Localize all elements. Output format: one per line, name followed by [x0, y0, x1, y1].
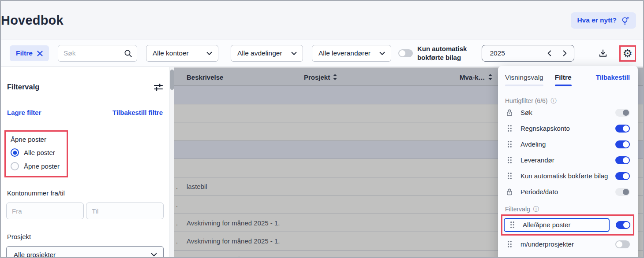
quick-filter-item-kun-automatisk: Kun automatisk bokførte bilag	[505, 168, 630, 184]
account-from-field[interactable]	[6, 203, 84, 219]
account-to-field[interactable]	[86, 203, 164, 219]
chevron-down-icon	[151, 253, 157, 257]
suppliers-dropdown[interactable]: Alle leverandører	[312, 45, 391, 62]
radio-button[interactable]	[11, 148, 19, 157]
open-items-group-label: Åpne poster	[11, 136, 62, 143]
departments-dropdown-value: Alle avdelinger	[237, 49, 282, 57]
tab-filtre[interactable]: Filtre	[555, 74, 572, 86]
column-header-mva[interactable]: Mva-k…	[460, 68, 492, 86]
departments-dropdown[interactable]: Alle avdelinger	[231, 45, 303, 62]
drag-handle-icon[interactable]	[505, 156, 514, 164]
chevron-down-icon	[379, 52, 385, 55]
toggle-avdeling[interactable]	[615, 140, 630, 148]
chevron-right-icon	[563, 50, 567, 56]
radio-button[interactable]	[11, 162, 19, 170]
sidebar-scrollbar[interactable]	[169, 67, 174, 257]
filter-option-underprosjekter: m/underprosjekter	[505, 236, 630, 252]
settings-panel: Visningsvalg Filtre Tilbakestill Hurtigf…	[498, 66, 638, 258]
annotation-alle-apne-poster-highlight: Alle/åpne poster	[501, 214, 634, 236]
tab-visningsvalg[interactable]: Visningsvalg	[505, 74, 543, 86]
page-title: Hovedbok	[1, 13, 64, 28]
toggle-kun-automatisk[interactable]	[615, 172, 630, 180]
chevron-left-icon	[547, 50, 551, 56]
filter-sliders-icon[interactable]	[154, 83, 163, 91]
quick-filter-item-periode: Periode/dato	[505, 184, 630, 200]
save-filter-link[interactable]: Lagre filter	[7, 109, 41, 116]
chevron-down-icon	[291, 52, 297, 55]
project-dropdown-value: Alle prosjekter	[14, 251, 56, 258]
reset-filters-link[interactable]: Tilbakestill filtre	[112, 109, 163, 116]
column-header-beskrivelse[interactable]: Beskrivelse	[187, 68, 223, 86]
content-area: Beskrivelse Prosjekt Mva-k…	[1, 67, 643, 257]
auto-posted-toggle[interactable]	[398, 49, 413, 57]
sidebar-title: Filtervalg	[7, 83, 39, 91]
whats-new-button[interactable]: Hva er nytt?	[571, 12, 636, 29]
info-icon: ⓘ	[533, 205, 539, 213]
toggle-alle-apne-poster[interactable]	[616, 221, 630, 229]
quick-filter-item-avdeling: Avdeling	[505, 136, 630, 152]
year-prev-button[interactable]	[547, 49, 552, 57]
sort-icon[interactable]	[488, 74, 492, 80]
annotation-open-items-highlight: Åpne poster Alle poster Åpne poster	[4, 130, 68, 177]
filters-button-label: Filtre	[16, 49, 33, 57]
filter-bar: Filtre Alle kontoer Alle avdelinger	[1, 40, 643, 67]
close-icon[interactable]	[37, 51, 43, 56]
auto-posted-toggle-group: Kun automatisk bokførte bilag	[398, 44, 467, 62]
whats-new-label: Hva er nytt?	[577, 16, 617, 24]
scrollbar-thumb[interactable]	[170, 70, 174, 90]
column-header-prosjekt[interactable]: Prosjekt	[304, 68, 337, 86]
panel-reset-link[interactable]: Tilbakestill	[596, 74, 630, 81]
account-range-label: Kontonummer fra/til	[6, 189, 164, 197]
auto-posted-toggle-label: Kun automatisk bokførte bilag	[417, 44, 467, 62]
info-icon: ⓘ	[550, 97, 557, 105]
year-selector: 2025	[482, 45, 574, 62]
filter-options-heading: Filtervalg	[505, 206, 530, 213]
search-input[interactable]	[64, 49, 124, 57]
quick-filter-item-sok: Søk	[505, 105, 630, 121]
sort-icon[interactable]	[333, 74, 337, 80]
search-icon	[124, 49, 132, 58]
quick-filter-item-regnskapskonto: Regnskapskonto	[505, 121, 630, 136]
radio-option-alle-poster[interactable]: Alle poster	[11, 148, 62, 157]
quick-filter-heading: Hurtigfilter (6/6)	[505, 97, 547, 104]
filters-button[interactable]: Filtre	[10, 45, 49, 61]
download-icon	[598, 48, 608, 58]
gear-icon[interactable]: ⚙	[623, 48, 633, 59]
chevron-down-icon	[206, 52, 212, 55]
drag-handle-icon[interactable]	[505, 240, 514, 248]
drag-handle-icon[interactable]	[508, 221, 517, 229]
drag-handle-icon[interactable]	[505, 140, 514, 148]
hovedbok-screen: Hovedbok Hva er nytt? Filtre	[0, 0, 644, 258]
year-next-button[interactable]	[562, 49, 568, 57]
alle-apne-poster-focus-box[interactable]: Alle/åpne poster	[504, 218, 610, 232]
toggle-periode-dato[interactable]	[615, 188, 630, 196]
toggle-leverandor[interactable]	[615, 156, 630, 164]
app-header: Hovedbok Hva er nytt?	[1, 1, 643, 40]
lightbulb-plus-icon	[621, 16, 630, 25]
toggle-underprosjekter[interactable]	[615, 240, 630, 248]
lock-icon	[505, 109, 514, 117]
radio-option-apne-poster[interactable]: Åpne poster	[11, 162, 62, 170]
project-label: Prosjekt	[6, 233, 164, 240]
project-dropdown[interactable]: Alle prosjekter	[6, 246, 164, 257]
filter-option-alle-apne-poster: Alle/åpne poster	[504, 217, 630, 232]
drag-handle-icon[interactable]	[505, 172, 514, 180]
accounts-dropdown-value: Alle kontoer	[153, 49, 189, 57]
filter-sidebar: Filtervalg Lagre filter Tilbakestill fil…	[1, 67, 169, 257]
download-button[interactable]	[597, 48, 609, 59]
lock-icon	[505, 188, 514, 196]
toggle-sok[interactable]	[615, 109, 630, 117]
accounts-dropdown[interactable]: Alle kontoer	[146, 45, 218, 62]
annotation-gear-highlight: ⚙	[619, 45, 636, 62]
toggle-regnskapskonto[interactable]	[615, 125, 630, 133]
drag-handle-icon[interactable]	[505, 125, 514, 132]
year-value: 2025	[490, 49, 505, 57]
quick-filter-item-leverandor: Leverandør	[505, 152, 630, 168]
search-box	[58, 45, 137, 62]
suppliers-dropdown-value: Alle leverandører	[318, 49, 371, 57]
